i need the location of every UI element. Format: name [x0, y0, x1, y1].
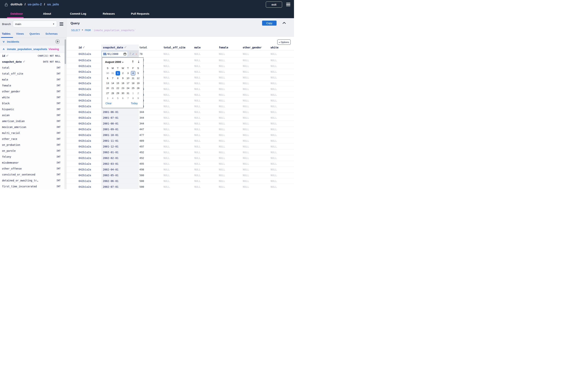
- cell-null[interactable]: NULL: [194, 93, 218, 96]
- calendar-day[interactable]: 4: [110, 96, 115, 101]
- cell-null[interactable]: NULL: [242, 139, 270, 142]
- cell-null[interactable]: NULL: [218, 105, 242, 108]
- cell-null[interactable]: NULL: [194, 110, 218, 113]
- cell-snapshot-date[interactable]: 2001-09-01: [101, 126, 139, 132]
- cell-snapshot-date[interactable]: 2001-08-01: [101, 121, 139, 126]
- breadcrumb-database-link[interactable]: us-jails-2: [28, 3, 42, 6]
- cell-id[interactable]: 042b1a2a: [79, 174, 101, 177]
- schema-column-row[interactable]: convicted_or_sentencedINT: [0, 172, 67, 177]
- cell-null[interactable]: NULL: [163, 70, 194, 73]
- cell-total[interactable]: 492: [139, 157, 163, 160]
- cell-null[interactable]: NULL: [270, 76, 294, 79]
- cell-null[interactable]: NULL: [163, 145, 194, 148]
- cell-null[interactable]: NULL: [163, 122, 194, 125]
- sidebar-table-inmate-population-snapshots[interactable]: ∧ inmate_population_snapshots Viewing: [0, 45, 67, 53]
- cell-id[interactable]: 042b1a2a: [79, 59, 101, 62]
- schema-column-row[interactable]: mexican_americanINT: [0, 124, 67, 130]
- schema-column-row[interactable]: asianINT: [0, 112, 67, 118]
- cell-null[interactable]: NULL: [242, 174, 270, 177]
- cell-null[interactable]: NULL: [194, 116, 218, 119]
- cell-id[interactable]: 042b1a2a: [79, 162, 101, 165]
- cell-total[interactable]: 500: [139, 179, 163, 183]
- calendar-day[interactable]: 15: [115, 81, 120, 86]
- cell-snapshot-date[interactable]: 2002-02-01: [101, 155, 139, 161]
- calendar-day[interactable]: 2: [136, 91, 141, 96]
- schema-column-row[interactable]: other_raceINT: [0, 136, 67, 142]
- cell-id[interactable]: 042b1a2a: [79, 185, 101, 188]
- calendar-day[interactable]: 21: [110, 86, 115, 91]
- nav-tab-commit-log[interactable]: Commit Log: [70, 12, 86, 15]
- calendar-day[interactable]: 7: [126, 96, 130, 101]
- cell-null[interactable]: NULL: [218, 70, 242, 73]
- hamburger-menu-icon[interactable]: [286, 3, 290, 6]
- calendar-day[interactable]: 6: [120, 96, 125, 101]
- cell-null[interactable]: NULL: [163, 116, 194, 119]
- cell-total[interactable]: 447: [139, 128, 163, 131]
- cell-id[interactable]: 042b1a2a: [79, 110, 101, 113]
- cancel-edit-icon[interactable]: ✕: [136, 53, 137, 55]
- cell-null[interactable]: NULL: [242, 116, 270, 119]
- cell-null[interactable]: NULL: [194, 82, 218, 85]
- column-header-id[interactable]: id: [79, 46, 101, 49]
- cell-null[interactable]: NULL: [270, 88, 294, 91]
- cell-null[interactable]: NULL: [218, 110, 242, 113]
- cell-id[interactable]: 042b1a2a: [79, 122, 101, 125]
- cell-null[interactable]: NULL: [163, 93, 194, 96]
- cell-null[interactable]: NULL: [270, 65, 294, 68]
- calendar-day[interactable]: 8: [115, 76, 120, 81]
- cell-null[interactable]: NULL: [270, 151, 294, 154]
- calendar-day[interactable]: 9: [120, 76, 125, 81]
- cell-null[interactable]: NULL: [194, 157, 218, 160]
- month-year-selector[interactable]: August 2000▼: [105, 60, 124, 63]
- cell-null[interactable]: NULL: [194, 105, 218, 108]
- cell-null[interactable]: NULL: [194, 179, 218, 183]
- next-month-arrow-icon[interactable]: ↓: [137, 60, 140, 63]
- cell-null[interactable]: NULL: [242, 134, 270, 136]
- cell-null[interactable]: NULL: [163, 88, 194, 91]
- cell-total[interactable]: 495: [139, 162, 163, 165]
- cell-total[interactable]: 344: [139, 122, 163, 125]
- cell-null[interactable]: NULL: [163, 185, 194, 188]
- run-table-query-icon[interactable]: [55, 39, 60, 44]
- column-header-female[interactable]: female: [218, 46, 242, 49]
- column-header-total_off_site[interactable]: total_off_site: [163, 46, 194, 49]
- calendar-icon[interactable]: [124, 53, 126, 55]
- calendar-day[interactable]: 18: [130, 81, 136, 86]
- cell-null[interactable]: NULL: [163, 128, 194, 131]
- cell-id[interactable]: 042b1a2a: [79, 76, 101, 79]
- nav-tab-about[interactable]: About: [43, 12, 51, 15]
- cell-snapshot-date[interactable]: 2002-01-01: [101, 149, 139, 155]
- schema-column-row[interactable]: misdemeanorINT: [0, 160, 67, 166]
- cell-null[interactable]: NULL: [194, 53, 218, 55]
- cell-id[interactable]: 042b1a2a: [79, 53, 101, 55]
- cell-null[interactable]: NULL: [242, 151, 270, 154]
- cell-id[interactable]: 042b1a2a: [79, 151, 101, 154]
- cell-snapshot-date[interactable]: 2002-05-01: [101, 173, 139, 178]
- cell-null[interactable]: NULL: [270, 82, 294, 85]
- cell-null[interactable]: NULL: [270, 116, 294, 119]
- cell-null[interactable]: NULL: [270, 145, 294, 148]
- cell-null[interactable]: NULL: [218, 162, 242, 165]
- cell-total[interactable]: 500: [139, 185, 163, 188]
- cell-null[interactable]: NULL: [218, 128, 242, 131]
- cell-null[interactable]: NULL: [218, 59, 242, 62]
- calendar-day[interactable]: 1: [130, 91, 136, 96]
- cell-null[interactable]: NULL: [270, 59, 294, 62]
- cell-null[interactable]: NULL: [218, 157, 242, 160]
- schema-column-row[interactable]: other_offenseINT: [0, 166, 67, 172]
- cell-null[interactable]: NULL: [242, 65, 270, 68]
- cell-total[interactable]: 344: [139, 116, 163, 119]
- cell-id[interactable]: 042b1a2a: [79, 82, 101, 85]
- calendar-day[interactable]: 12: [136, 76, 141, 81]
- cell-null[interactable]: NULL: [194, 168, 218, 171]
- cell-null[interactable]: NULL: [270, 53, 294, 55]
- cell-null[interactable]: NULL: [242, 157, 270, 160]
- cell-total[interactable]: 344: [139, 110, 163, 113]
- cell-null[interactable]: NULL: [270, 70, 294, 73]
- cell-null[interactable]: NULL: [163, 151, 194, 154]
- cell-null[interactable]: NULL: [194, 139, 218, 142]
- cell-null[interactable]: NULL: [242, 162, 270, 165]
- calendar-day[interactable]: 28: [110, 91, 115, 96]
- calendar-day[interactable]: 9: [136, 96, 141, 101]
- cell-null[interactable]: NULL: [242, 185, 270, 188]
